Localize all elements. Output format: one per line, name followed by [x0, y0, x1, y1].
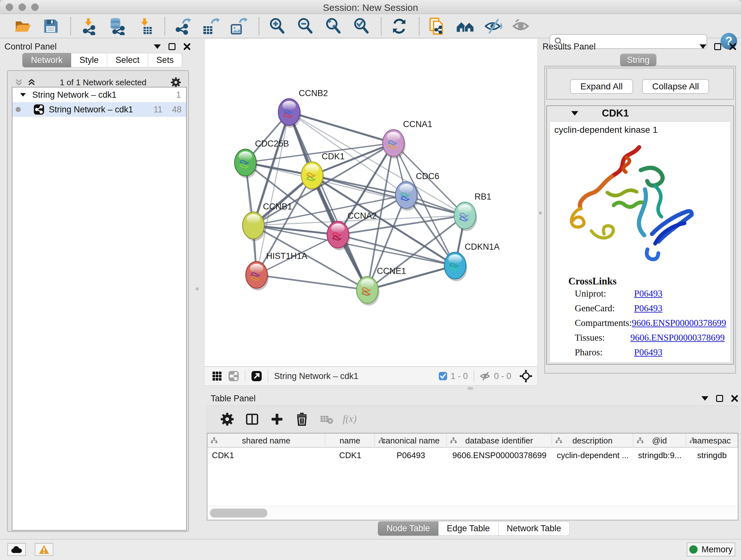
network-options-gear-icon[interactable]: [171, 77, 181, 88]
table-settings-button[interactable]: [217, 410, 238, 429]
node-label-HIST1H1A: HIST1H1A: [266, 251, 307, 261]
import-network-database-button[interactable]: [107, 16, 127, 36]
network-tree-root-row[interactable]: String Network – cdk1 1: [12, 87, 186, 102]
tab-node-table[interactable]: Node Table: [378, 521, 439, 536]
float-panel-icon[interactable]: [169, 43, 176, 50]
zoom-fit-button[interactable]: [323, 16, 343, 36]
table-panel-header: Table Panel: [211, 393, 738, 404]
crosslink-link[interactable]: P06493: [634, 288, 663, 303]
column-header-namespac[interactable]: namespac: [686, 434, 738, 448]
close-panel-icon[interactable]: [183, 43, 191, 51]
table-cell[interactable]: CDK1: [326, 448, 375, 462]
grid-view-icon[interactable]: [212, 371, 222, 381]
hide-selected-button[interactable]: [483, 16, 503, 36]
crosslink-link[interactable]: 9606.ENSP00000378699: [630, 332, 725, 347]
hidden-eye-icon[interactable]: [480, 371, 491, 381]
close-panel-icon[interactable]: [729, 43, 737, 51]
refresh-view-button[interactable]: [389, 16, 409, 36]
show-all-button[interactable]: [512, 16, 531, 36]
table-cell[interactable]: P06493: [375, 448, 447, 462]
edge-CCNB2-CCNA1[interactable]: [289, 112, 394, 143]
collapse-panel-icon[interactable]: [701, 396, 709, 401]
import-table-file-button[interactable]: [135, 16, 155, 36]
bottom-splitter-handle[interactable]: [468, 387, 473, 390]
crosslink-link[interactable]: P06493: [634, 303, 663, 318]
edge-count: 48: [172, 105, 182, 115]
warning-status-button[interactable]: [35, 543, 53, 556]
export-table-icon: [202, 17, 220, 35]
float-panel-icon[interactable]: [714, 43, 721, 50]
results-tab-string[interactable]: String: [620, 54, 657, 66]
selected-count: 1 - 0: [451, 371, 468, 381]
entry-header[interactable]: CDK1: [547, 106, 733, 121]
column-header-@id[interactable]: @id: [633, 434, 686, 448]
tab-edge-table[interactable]: Edge Table: [439, 521, 498, 536]
edge-HIST1H1A-CCNE1[interactable]: [257, 275, 367, 290]
crosslink-link[interactable]: P06493: [634, 347, 663, 362]
network-graph[interactable]: CCNB2CCNA1CDC25BCDK1CDC6RB1CCNB1CCNA2CDK…: [205, 39, 537, 366]
close-panel-icon[interactable]: [731, 395, 738, 402]
zoom-selected-button[interactable]: [351, 16, 371, 36]
left-splitter-handle[interactable]: [196, 287, 199, 291]
eye-slash-icon: [484, 17, 502, 36]
table-row[interactable]: CDK1CDK1P064939606.ENSP00000378699cyclin…: [207, 448, 738, 462]
expand-all-button[interactable]: Expand All: [570, 79, 633, 94]
memory-label: Memory: [701, 545, 733, 555]
import-network-file-button[interactable]: [79, 16, 98, 36]
column-header-shared-name[interactable]: shared name: [207, 434, 326, 448]
collapse-all-button[interactable]: Collapse All: [642, 79, 709, 94]
tab-select[interactable]: Select: [107, 53, 148, 67]
cloud-status-button[interactable]: [7, 543, 26, 556]
crosshair-icon[interactable]: [520, 370, 532, 382]
split-columns-icon: [245, 412, 259, 426]
network-tree-child-row[interactable]: String Network – cdk1 11 48: [12, 102, 186, 117]
open-session-button[interactable]: [13, 16, 32, 36]
horizontal-scrollbar[interactable]: [207, 506, 738, 520]
entry-content: cyclin-dependent kinase 1: [549, 121, 731, 363]
add-column-button[interactable]: [266, 410, 287, 429]
column-header-name[interactable]: name: [326, 434, 375, 448]
tab-network[interactable]: Network: [22, 53, 71, 67]
tab-style[interactable]: Style: [71, 53, 107, 67]
network-canvas[interactable]: CCNB2CCNA1CDC25BCDK1CDC6RB1CCNB1CCNA2CDK…: [204, 38, 538, 367]
network-collection-label: String Network – cdk1: [32, 90, 117, 100]
table-cell[interactable]: 9606.ENSP00000378699: [447, 448, 552, 462]
table-cell[interactable]: cyclin-dependent ...: [552, 448, 633, 462]
scrollbar-thumb[interactable]: [210, 509, 267, 517]
tab-network-table[interactable]: Network Table: [498, 521, 570, 536]
collapse-panel-icon[interactable]: [699, 44, 706, 49]
selected-checkbox-icon[interactable]: [439, 372, 448, 381]
memory-button[interactable]: Memory: [687, 543, 735, 557]
tab-sets[interactable]: Sets: [148, 53, 182, 67]
zoom-out-button[interactable]: [295, 16, 315, 36]
copy-style-button[interactable]: [427, 16, 447, 36]
export-table-button[interactable]: [201, 16, 221, 36]
table-cell[interactable]: stringdb:9...: [633, 448, 686, 462]
split-columns-button[interactable]: [242, 410, 263, 429]
table-cell[interactable]: stringdb: [686, 448, 738, 462]
save-session-button[interactable]: [41, 16, 61, 36]
tree-expand-icon[interactable]: [20, 93, 26, 97]
column-header-database-identifier[interactable]: database identifier: [447, 434, 552, 448]
column-header-canonical-name[interactable]: canonical name: [375, 434, 447, 448]
function-builder-button[interactable]: f(x): [341, 410, 362, 429]
zoom-in-button[interactable]: [267, 16, 287, 36]
column-header-description[interactable]: description: [552, 434, 633, 448]
table-tabs: Node TableEdge TableNetwork Table: [378, 521, 569, 536]
export-network-button[interactable]: [173, 16, 193, 36]
zoom-fit-icon: [324, 17, 342, 35]
collapse-panel-icon[interactable]: [154, 44, 161, 49]
expand-all-tree-icon[interactable]: [15, 78, 23, 86]
first-neighbors-button[interactable]: [455, 16, 475, 36]
birdseye-icon[interactable]: [251, 371, 262, 381]
right-splitter-handle[interactable]: [539, 211, 542, 214]
delete-column-button[interactable]: [291, 410, 313, 429]
share-view-icon[interactable]: [228, 371, 239, 381]
crosslink-link[interactable]: 9606.ENSP00000378699: [632, 318, 726, 332]
entry-collapse-icon[interactable]: [571, 111, 578, 116]
float-panel-icon[interactable]: [716, 395, 723, 402]
export-image-button[interactable]: [229, 16, 249, 36]
table-cell[interactable]: CDK1: [207, 448, 326, 462]
delete-table-button[interactable]: [316, 410, 337, 429]
collapse-all-tree-icon[interactable]: [27, 78, 36, 86]
